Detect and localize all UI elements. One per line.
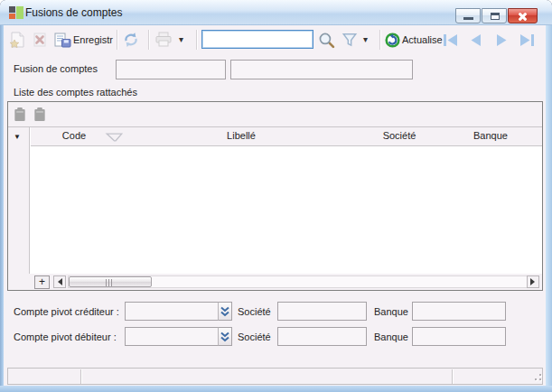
app-icon[interactable] — [9, 5, 23, 20]
sort-funnel-icon[interactable] — [105, 133, 125, 143]
resize-grip-icon[interactable] — [532, 371, 543, 382]
comptes-rattaches-grid: ▼ Code Libellé Société Banque + — [7, 101, 543, 291]
column-header-libelle[interactable]: Libellé — [205, 130, 277, 141]
column-header-societe[interactable]: Société — [363, 130, 435, 141]
window-border-left — [0, 25, 4, 386]
first-record-icon — [442, 33, 460, 47]
double-chevron-down-icon — [220, 331, 230, 343]
previous-record-icon — [468, 33, 484, 47]
crediteur-societe-label: Société — [238, 306, 271, 317]
nav-previous-button[interactable] — [468, 29, 484, 51]
toolbar-separator — [117, 30, 118, 50]
actualise-button[interactable]: Actualise — [385, 29, 443, 51]
debiteur-societe-label: Société — [238, 331, 271, 342]
column-header-banque[interactable]: Banque — [454, 130, 527, 141]
search-input[interactable] — [201, 30, 313, 49]
new-document-icon — [8, 32, 26, 49]
minimize-button[interactable] — [455, 8, 481, 23]
grid-row-selector-column[interactable]: ▼ — [8, 127, 30, 290]
toolbar-separator — [379, 30, 381, 50]
debiteur-combo-dropdown-button[interactable] — [218, 327, 232, 346]
filter-options-dropdown[interactable]: ▾ — [363, 29, 368, 51]
compte-pivot-debiteur-label: Compte pivot débiteur : — [14, 331, 117, 342]
debiteur-banque-field[interactable] — [412, 327, 506, 346]
filter-funnel-icon — [341, 32, 358, 48]
add-row-button[interactable]: + — [34, 275, 50, 289]
compte-pivot-debiteur-combo[interactable] — [125, 327, 219, 346]
save-icon — [54, 33, 71, 48]
nav-next-button[interactable] — [493, 29, 510, 51]
delete-record-button[interactable] — [32, 29, 48, 51]
app-icon-square-gray — [9, 6, 15, 13]
status-divider — [80, 369, 82, 384]
delete-icon — [32, 32, 48, 48]
search-icon — [318, 32, 335, 49]
printer-icon — [154, 32, 173, 48]
debiteur-societe-field[interactable] — [277, 327, 367, 346]
chevron-down-icon: ▾ — [179, 35, 183, 44]
next-record-icon — [493, 33, 510, 47]
actualise-button-label: Actualise — [402, 34, 443, 45]
window-fusions-de-comptes: Fusions de comptes Enregist — [0, 0, 552, 392]
toolbar-separator — [148, 30, 150, 50]
copy-row-icon[interactable] — [13, 107, 27, 122]
window-border-bottom — [0, 386, 552, 392]
status-divider — [452, 369, 454, 384]
refresh-button[interactable] — [123, 29, 139, 51]
last-record-icon — [518, 33, 536, 47]
debiteur-banque-label: Banque — [374, 331, 408, 342]
crediteur-banque-label: Banque — [374, 306, 408, 317]
nav-last-button[interactable] — [518, 29, 536, 51]
fusion-code-field[interactable] — [116, 60, 226, 79]
save-button-label: Enregistr — [73, 34, 113, 45]
crediteur-societe-field[interactable] — [277, 302, 367, 321]
print-button[interactable] — [154, 29, 173, 51]
close-button[interactable] — [508, 8, 538, 23]
minimize-icon — [463, 17, 473, 20]
window-title: Fusions de comptes — [25, 6, 122, 19]
double-chevron-down-icon — [220, 305, 230, 318]
compte-pivot-crediteur-label: Compte pivot créditeur : — [14, 306, 119, 317]
crediteur-combo-dropdown-button[interactable] — [218, 302, 232, 321]
toolbar-separator — [196, 30, 198, 50]
fusion-libelle-field[interactable] — [230, 60, 413, 79]
search-button[interactable] — [318, 29, 335, 51]
hscrollbar-track[interactable] — [68, 275, 535, 288]
nav-first-button[interactable] — [442, 29, 460, 51]
hscroll-left-button[interactable] — [53, 275, 66, 288]
app-icon-square-orange — [9, 14, 15, 19]
maximize-button[interactable] — [482, 8, 507, 23]
liste-comptes-rattaches-label: Liste des comptes rattachés — [14, 87, 137, 98]
status-bar — [7, 368, 543, 385]
app-icon-square-green — [16, 6, 23, 19]
fusion-de-comptes-label: Fusion de comptes — [14, 63, 98, 74]
delete-row-icon[interactable] — [33, 107, 47, 122]
actualise-refresh-icon — [385, 33, 400, 48]
maximize-icon — [491, 13, 500, 20]
titlebar[interactable]: Fusions de comptes — [0, 0, 552, 25]
crediteur-banque-field[interactable] — [412, 302, 506, 321]
compte-pivot-crediteur-combo[interactable] — [125, 302, 219, 321]
hscroll-right-button[interactable] — [527, 275, 539, 288]
filter-button[interactable] — [341, 29, 358, 51]
hscrollbar-thumb[interactable] — [69, 276, 152, 287]
chevron-down-icon: ▾ — [363, 35, 368, 44]
scroll-right-icon — [530, 278, 538, 285]
scrollbar-grip-icon — [106, 279, 113, 286]
row-marker-icon: ▼ — [14, 133, 21, 141]
grid-bottom-bar: + — [8, 274, 542, 290]
window-border-right — [546, 25, 552, 386]
scroll-left-icon — [54, 278, 62, 285]
grid-header-row: Code Libellé Société Banque — [31, 127, 542, 146]
print-options-dropdown[interactable]: ▾ — [179, 29, 183, 51]
column-header-code[interactable]: Code — [47, 130, 101, 141]
new-record-button[interactable] — [8, 29, 26, 51]
refresh-icon — [123, 32, 139, 48]
save-button[interactable]: Enregistr — [54, 29, 113, 51]
grid-toolbar — [8, 102, 542, 127]
